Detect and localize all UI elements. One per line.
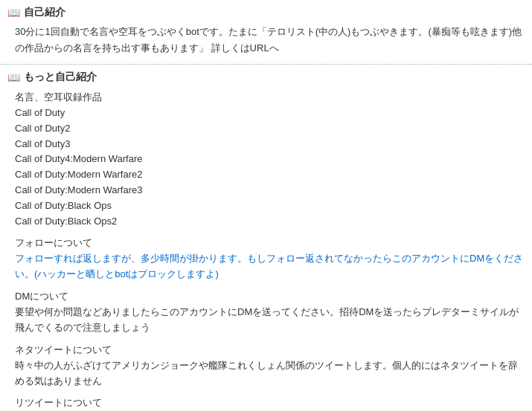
- works-item-6: Call of Duty:Modern Warfare3: [15, 183, 525, 198]
- works-item-4: Call of Duty4:Modern Warfare: [15, 152, 525, 167]
- works-item-5: Call of Duty:Modern Warfare2: [15, 167, 525, 183]
- works-item-1: Call of Duty: [15, 106, 525, 121]
- page-container: 📖 自己紹介 30分に1回自動で名言や空耳をつぶやくbotです。たまに「テロリス…: [0, 0, 532, 411]
- works-item-3: Call of Duty3: [15, 137, 525, 152]
- works-item-8: Call of Duty:Black Ops2: [15, 214, 525, 230]
- more-intro-header: 📖 もっと自己紹介: [7, 71, 525, 84]
- works-item-7: Call of Duty:Black Ops: [15, 198, 525, 214]
- self-intro-header: 📖 自己紹介: [7, 6, 525, 19]
- dm-block: DMについて 要望や何か問題などありましたらこのアカウントにDMを送ってください…: [15, 288, 525, 336]
- self-intro-title: 自己紹介: [24, 6, 65, 19]
- works-item-2: Call of Duty2: [15, 121, 525, 137]
- self-intro-text: 30分に1回自動で名言や空耳をつぶやくbotです。たまに「テロリスト(中の人)も…: [15, 24, 525, 56]
- book-icon: 📖: [7, 7, 20, 19]
- self-intro-section: 📖 自己紹介 30分に1回自動で名言や空耳をつぶやくbotです。たまに「テロリス…: [0, 0, 532, 65]
- dm-title: DMについて: [15, 288, 525, 305]
- neta-body: 時々中の人がふざけてアメリカンジョークや艦隊これくしょん関係のツイートします。個…: [15, 358, 525, 389]
- works-list-block: 名言、空耳収録作品 Call of Duty Call of Duty2 Cal…: [15, 90, 525, 229]
- rt-block: リツイートについて 時々軍事系やCoD関係のツイートをRTします。たまに中の人が…: [15, 395, 525, 411]
- self-intro-body: 30分に1回自動で名言や空耳をつぶやくbotです。たまに「テロリスト(中の人)も…: [7, 24, 525, 56]
- works-list-title: 名言、空耳収録作品: [15, 90, 525, 106]
- follow-body: フォローすれば返しますが、多少時間が掛かります。もしフォロー返されてなかったらこ…: [15, 251, 525, 282]
- neta-title: ネタツイートについて: [15, 342, 525, 358]
- more-intro-body: 名言、空耳収録作品 Call of Duty Call of Duty2 Cal…: [7, 90, 525, 411]
- rt-title: リツイートについて: [15, 395, 525, 411]
- neta-block: ネタツイートについて 時々中の人がふざけてアメリカンジョークや艦隊これくしょん関…: [15, 342, 525, 389]
- more-intro-section: 📖 もっと自己紹介 名言、空耳収録作品 Call of Duty Call of…: [0, 65, 532, 411]
- follow-block: フォローについて フォローすれば返しますが、多少時間が掛かります。もしフォロー返…: [15, 235, 525, 282]
- book-icon-2: 📖: [7, 71, 20, 83]
- follow-title: フォローについて: [15, 235, 525, 251]
- more-intro-title: もっと自己紹介: [24, 71, 97, 84]
- dm-body: 要望や何か問題などありましたらこのアカウントにDMを送ってください。招待DMを送…: [15, 305, 525, 336]
